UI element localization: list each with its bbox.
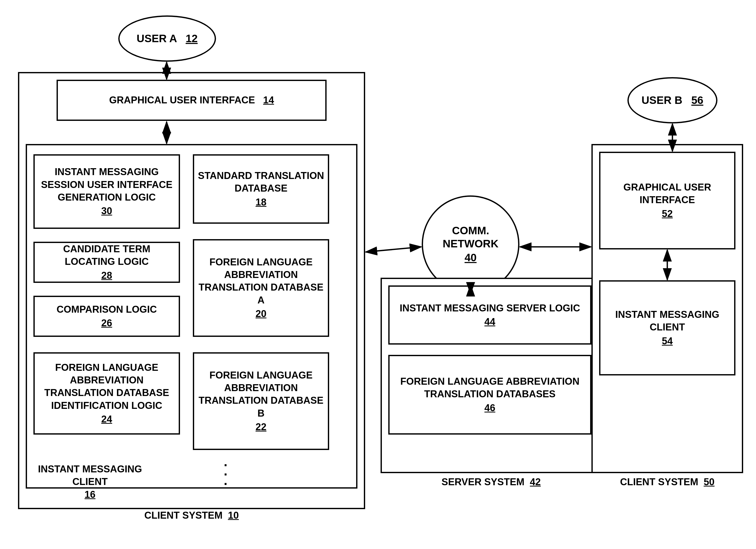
im-client-54-box: INSTANT MESSAGING CLIENT 54: [599, 280, 735, 375]
foreign-db-b-label: FOREIGN LANGUAGE ABBREVIATION TRANSLATIO…: [199, 370, 323, 419]
comm-network-ref: 40: [423, 251, 518, 264]
foreign-db-a-box: FOREIGN LANGUAGE ABBREVIATION TRANSLATIO…: [193, 239, 329, 337]
foreign-lang-dbs-box: FOREIGN LANGUAGE ABBREVIATION TRANSLATIO…: [388, 355, 591, 435]
user-b-ellipse: USER B 56: [627, 77, 717, 123]
standard-db-box: STANDARD TRANSLATION DATABASE 18: [193, 154, 329, 224]
im-server-logic-ref: 44: [400, 316, 580, 328]
user-b-ref: 56: [691, 94, 704, 106]
client-system-10-label: CLIENT SYSTEM 10: [18, 509, 365, 522]
client-system-50-label: CLIENT SYSTEM 50: [591, 476, 743, 488]
foreign-db-b-ref: 22: [197, 421, 325, 433]
comm-network-label: COMM. NETWORK: [443, 224, 499, 249]
gui-14-label: GRAPHICAL USER INTERFACE: [109, 95, 255, 105]
gui-52-box: GRAPHICAL USER INTERFACE 52: [599, 152, 735, 249]
user-a-ref: 12: [186, 32, 198, 44]
foreign-lang-dbs-ref: 46: [392, 402, 588, 414]
server-system-label: SERVER SYSTEM 42: [381, 476, 602, 488]
ellipsis-dots: ···: [224, 460, 228, 488]
im-client-16-label: INSTANT MESSAGING CLIENT 16: [26, 463, 154, 501]
gui-14-box: GRAPHICAL USER INTERFACE 14: [57, 80, 327, 121]
im-session-logic-ref: 30: [37, 205, 176, 217]
gui-52-label: GRAPHICAL USER INTERFACE: [623, 182, 711, 205]
foreign-db-a-label: FOREIGN LANGUAGE ABBREVIATION TRANSLATIO…: [199, 257, 323, 305]
user-a-label: USER A: [137, 32, 177, 44]
gui-52-ref: 52: [603, 208, 732, 220]
diagram-container: USER A 12 CLIENT SYSTEM 10 GRAPHICAL USE…: [0, 0, 756, 549]
comparison-logic-ref: 26: [57, 317, 157, 329]
candidate-term-ref: 28: [37, 269, 176, 282]
svg-line-5: [366, 247, 421, 252]
im-server-logic-box: INSTANT MESSAGING SERVER LOGIC 44: [388, 285, 591, 345]
gui-14-ref: 14: [263, 95, 274, 105]
standard-db-ref: 18: [197, 196, 325, 209]
foreign-id-logic-ref: 24: [37, 413, 176, 426]
im-server-logic-label: INSTANT MESSAGING SERVER LOGIC: [400, 303, 580, 313]
im-session-logic-label: INSTANT MESSAGING SESSION USER INTERFACE…: [41, 166, 173, 203]
foreign-id-logic-label: FOREIGN LANGUAGE ABBREVIATION TRANSLATIO…: [44, 362, 169, 411]
user-a-ellipse: USER A 12: [118, 15, 216, 62]
candidate-term-box: CANDIDATE TERM LOCATING LOGIC 28: [33, 242, 180, 283]
candidate-term-label: CANDIDATE TERM LOCATING LOGIC: [63, 244, 150, 267]
im-client-54-label: INSTANT MESSAGING CLIENT: [615, 309, 719, 332]
foreign-lang-dbs-label: FOREIGN LANGUAGE ABBREVIATION TRANSLATIO…: [400, 376, 580, 399]
comparison-logic-label: COMPARISON LOGIC: [57, 304, 157, 315]
foreign-db-b-box: FOREIGN LANGUAGE ABBREVIATION TRANSLATIO…: [193, 352, 329, 450]
user-b-label: USER B: [642, 94, 682, 106]
standard-db-label: STANDARD TRANSLATION DATABASE: [198, 170, 324, 194]
comparison-logic-box: COMPARISON LOGIC 26: [33, 296, 180, 337]
im-client-54-ref: 54: [603, 335, 732, 347]
foreign-db-a-ref: 20: [197, 308, 325, 320]
foreign-id-logic-box: FOREIGN LANGUAGE ABBREVIATION TRANSLATIO…: [33, 352, 180, 435]
im-session-logic-box: INSTANT MESSAGING SESSION USER INTERFACE…: [33, 154, 180, 229]
